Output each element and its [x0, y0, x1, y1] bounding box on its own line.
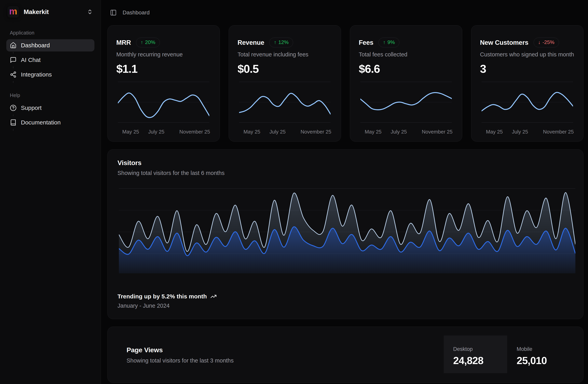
- workspace-name: Makerkit: [24, 8, 49, 16]
- sparkline-chart: May 25 July 25 November 25: [350, 80, 462, 136]
- arrow-up-icon: ↑: [274, 40, 276, 45]
- home-icon: [10, 42, 17, 49]
- trend-badge: ↑9%: [378, 38, 399, 47]
- sidebar: m Makerkit Application Dashboard AI Chat…: [0, 0, 101, 384]
- trend-text: Trending up by 5.2% this month: [118, 293, 207, 300]
- mobile-label: Mobile: [517, 346, 583, 352]
- sparkline-chart: May 25 July 25 November 25: [229, 80, 341, 136]
- makerkit-logo: m: [7, 6, 19, 18]
- help-circle-icon: [10, 105, 17, 111]
- sidebar-item-support[interactable]: Support: [6, 102, 94, 114]
- stat-value: $0.5: [229, 62, 341, 75]
- stat-card-row: MRR ↑20% Monthly recurring revenue $1.1 …: [107, 25, 584, 142]
- trend-badge: ↑12%: [269, 38, 293, 47]
- page-views-stats: Desktop 24,828 Mobile 25,010: [444, 336, 583, 373]
- visitors-area-chart: [108, 186, 583, 273]
- stat-value: 3: [471, 62, 583, 75]
- share-icon: [10, 71, 17, 78]
- stat-card-mrr: MRR ↑20% Monthly recurring revenue $1.1 …: [107, 25, 220, 142]
- stat-title: Fees: [359, 39, 373, 46]
- panel-left-icon[interactable]: [110, 9, 117, 16]
- stat-description: Monthly recurring revenue: [108, 51, 220, 58]
- sidebar-item-integrations[interactable]: Integrations: [6, 68, 94, 81]
- sparkline-chart: May 25 July 25 November 25: [108, 80, 220, 136]
- stat-title: MRR: [116, 39, 131, 46]
- workspace-switcher[interactable]: m Makerkit: [6, 5, 94, 19]
- sidebar-item-label: Documentation: [21, 119, 61, 126]
- trend-badge: ↑20%: [136, 38, 160, 47]
- x-axis-labels: May 25 July 25 November 25: [482, 124, 573, 136]
- stat-title: Revenue: [237, 39, 264, 46]
- sidebar-item-dashboard[interactable]: Dashboard: [6, 39, 94, 51]
- arrow-down-icon: ↓: [538, 40, 541, 45]
- desktop-value: 24,828: [453, 355, 507, 366]
- sidebar-item-label: Support: [21, 105, 42, 111]
- page-views-title: Page Views: [126, 346, 233, 354]
- arrow-up-icon: ↑: [383, 40, 386, 45]
- x-axis-labels: May 25 July 25 November 25: [239, 124, 331, 136]
- visitors-footer: Trending up by 5.2% this month January -…: [108, 293, 583, 309]
- stat-description: Total revenue including fees: [229, 51, 341, 58]
- message-square-icon: [10, 57, 17, 63]
- sidebar-item-label: AI Chat: [21, 57, 41, 63]
- stat-title: New Customers: [480, 39, 528, 46]
- sparkline-chart: May 25 July 25 November 25: [471, 80, 583, 136]
- sidebar-item-label: Dashboard: [21, 42, 50, 49]
- chevrons-up-down-icon: [87, 9, 93, 15]
- stat-card-new-customers: New Customers ↓-25% Customers who signed…: [471, 25, 584, 142]
- stat-description: Total fees collected: [350, 51, 462, 58]
- main-content: Dashboard MRR ↑20% Monthly recurring rev…: [101, 0, 588, 384]
- stat-card-revenue: Revenue ↑12% Total revenue including fee…: [229, 25, 341, 142]
- sidebar-item-documentation[interactable]: Documentation: [6, 116, 94, 129]
- topbar: Dashboard: [107, 0, 584, 25]
- nav-application: Dashboard AI Chat Integrations: [6, 39, 94, 81]
- x-axis-labels: May 25 July 25 November 25: [360, 124, 452, 136]
- date-range: January - June 2024: [118, 303, 573, 309]
- trending-up-icon: [210, 293, 217, 300]
- nav-section-label-application: Application: [10, 30, 94, 36]
- stat-value: $1.1: [108, 62, 220, 75]
- nav-section-label-help: Help: [10, 92, 94, 98]
- stat-card-fees: Fees ↑9% Total fees collected $6.6 May 2…: [350, 25, 462, 142]
- page-views-subtitle: Showing total visitors for the last 3 mo…: [126, 357, 233, 364]
- visitors-card: Visitors Showing total visitors for the …: [107, 149, 584, 319]
- mobile-stat-toggle[interactable]: Mobile 25,010: [507, 336, 583, 373]
- visitors-subtitle: Showing total visitors for the last 6 mo…: [108, 170, 583, 176]
- page-views-card: Page Views Showing total visitors for th…: [107, 327, 584, 383]
- sidebar-item-ai-chat[interactable]: AI Chat: [6, 54, 94, 66]
- mobile-value: 25,010: [517, 355, 583, 366]
- arrow-up-icon: ↑: [141, 40, 143, 45]
- x-axis-labels: May 25 July 25 November 25: [118, 124, 209, 136]
- nav-help: Support Documentation: [6, 102, 94, 129]
- desktop-stat-toggle[interactable]: Desktop 24,828: [444, 336, 507, 373]
- breadcrumb: Dashboard: [123, 9, 150, 16]
- stat-value: $6.6: [350, 62, 462, 75]
- book-icon: [10, 119, 17, 126]
- sidebar-item-label: Integrations: [21, 71, 52, 78]
- stat-description: Customers who signed up this month: [471, 51, 583, 58]
- visitors-title: Visitors: [108, 159, 583, 167]
- trend-badge: ↓-25%: [534, 38, 559, 47]
- desktop-label: Desktop: [453, 346, 507, 352]
